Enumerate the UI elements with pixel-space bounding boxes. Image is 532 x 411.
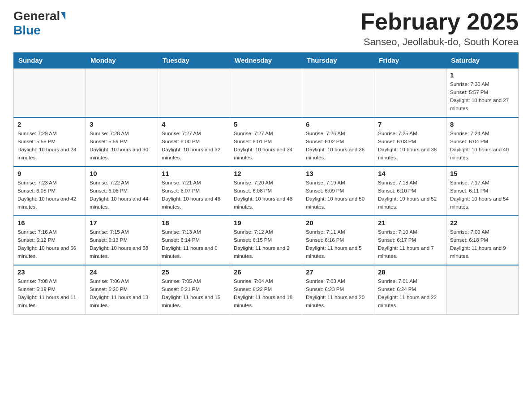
- day-info: Sunrise: 7:30 AMSunset: 5:57 PMDaylight:…: [450, 81, 515, 112]
- day-info: Sunrise: 7:11 AMSunset: 6:16 PMDaylight:…: [306, 228, 370, 260]
- day-info: Sunrise: 7:29 AMSunset: 5:58 PMDaylight:…: [17, 130, 82, 162]
- col-sunday: Sunday: [14, 53, 86, 68]
- day-number: 19: [234, 219, 298, 227]
- day-info: Sunrise: 7:20 AMSunset: 6:08 PMDaylight:…: [234, 179, 298, 211]
- table-row: 14Sunrise: 7:18 AMSunset: 6:10 PMDayligh…: [374, 167, 446, 216]
- table-row: 7Sunrise: 7:25 AMSunset: 6:03 PMDaylight…: [374, 117, 446, 167]
- table-row: 11Sunrise: 7:21 AMSunset: 6:07 PMDayligh…: [158, 167, 230, 216]
- table-row: 12Sunrise: 7:20 AMSunset: 6:08 PMDayligh…: [230, 167, 302, 216]
- day-number: 21: [378, 219, 442, 227]
- day-info: Sunrise: 7:16 AMSunset: 6:12 PMDaylight:…: [17, 228, 82, 260]
- day-number: 4: [162, 120, 226, 128]
- table-row: 24Sunrise: 7:06 AMSunset: 6:20 PMDayligh…: [86, 265, 158, 314]
- day-number: 2: [17, 120, 82, 128]
- table-row: 2Sunrise: 7:29 AMSunset: 5:58 PMDaylight…: [14, 117, 86, 167]
- day-info: Sunrise: 7:22 AMSunset: 6:06 PMDaylight:…: [90, 179, 154, 211]
- col-wednesday: Wednesday: [230, 53, 302, 68]
- day-info: Sunrise: 7:27 AMSunset: 6:01 PMDaylight:…: [234, 130, 298, 162]
- day-info: Sunrise: 7:18 AMSunset: 6:10 PMDaylight:…: [378, 179, 442, 211]
- day-info: Sunrise: 7:08 AMSunset: 6:19 PMDaylight:…: [17, 278, 82, 309]
- table-row: 25Sunrise: 7:05 AMSunset: 6:21 PMDayligh…: [158, 265, 230, 314]
- calendar-header-row: Sunday Monday Tuesday Wednesday Thursday…: [14, 53, 519, 68]
- table-row: 4Sunrise: 7:27 AMSunset: 6:00 PMDaylight…: [158, 117, 230, 167]
- col-monday: Monday: [86, 53, 158, 68]
- table-row: 1Sunrise: 7:30 AMSunset: 5:57 PMDaylight…: [446, 68, 519, 117]
- day-number: 18: [162, 219, 226, 227]
- logo: General Blue: [13, 9, 66, 38]
- day-number: 14: [378, 170, 442, 177]
- page-header: General Blue February 2025 Sanseo, Jeoll…: [13, 9, 519, 48]
- table-row: [230, 68, 302, 117]
- table-row: 3Sunrise: 7:28 AMSunset: 5:59 PMDaylight…: [86, 117, 158, 167]
- calendar-week-row: 2Sunrise: 7:29 AMSunset: 5:58 PMDaylight…: [14, 117, 519, 167]
- table-row: 22Sunrise: 7:09 AMSunset: 6:18 PMDayligh…: [446, 216, 519, 265]
- day-number: 22: [450, 219, 515, 227]
- table-row: 21Sunrise: 7:10 AMSunset: 6:17 PMDayligh…: [374, 216, 446, 265]
- day-number: 26: [234, 268, 298, 276]
- table-row: [158, 68, 230, 117]
- day-info: Sunrise: 7:13 AMSunset: 6:14 PMDaylight:…: [162, 228, 226, 260]
- calendar-week-row: 1Sunrise: 7:30 AMSunset: 5:57 PMDaylight…: [14, 68, 519, 117]
- table-row: 15Sunrise: 7:17 AMSunset: 6:11 PMDayligh…: [446, 167, 519, 216]
- table-row: [86, 68, 158, 117]
- day-number: 24: [90, 268, 154, 276]
- table-row: [302, 68, 374, 117]
- day-info: Sunrise: 7:06 AMSunset: 6:20 PMDaylight:…: [90, 278, 154, 309]
- table-row: 26Sunrise: 7:04 AMSunset: 6:22 PMDayligh…: [230, 265, 302, 314]
- table-row: 28Sunrise: 7:01 AMSunset: 6:24 PMDayligh…: [374, 265, 446, 314]
- table-row: 20Sunrise: 7:11 AMSunset: 6:16 PMDayligh…: [302, 216, 374, 265]
- col-tuesday: Tuesday: [158, 53, 230, 68]
- day-info: Sunrise: 7:05 AMSunset: 6:21 PMDaylight:…: [162, 278, 226, 309]
- day-number: 27: [306, 268, 370, 276]
- day-info: Sunrise: 7:23 AMSunset: 6:05 PMDaylight:…: [17, 179, 82, 211]
- logo-general-text: General: [13, 9, 60, 23]
- day-info: Sunrise: 7:09 AMSunset: 6:18 PMDaylight:…: [450, 228, 515, 260]
- day-info: Sunrise: 7:10 AMSunset: 6:17 PMDaylight:…: [378, 228, 442, 260]
- day-number: 28: [378, 268, 442, 276]
- day-number: 13: [306, 170, 370, 177]
- day-number: 9: [17, 170, 82, 177]
- table-row: 5Sunrise: 7:27 AMSunset: 6:01 PMDaylight…: [230, 117, 302, 167]
- day-info: Sunrise: 7:27 AMSunset: 6:00 PMDaylight:…: [162, 130, 226, 162]
- table-row: 13Sunrise: 7:19 AMSunset: 6:09 PMDayligh…: [302, 167, 374, 216]
- logo-triangle-icon: [61, 12, 65, 20]
- day-number: 3: [90, 120, 154, 128]
- table-row: 9Sunrise: 7:23 AMSunset: 6:05 PMDaylight…: [14, 167, 86, 216]
- day-info: Sunrise: 7:26 AMSunset: 6:02 PMDaylight:…: [306, 130, 370, 162]
- location-text: Sanseo, Jeollabuk-do, South Korea: [360, 36, 519, 48]
- day-info: Sunrise: 7:28 AMSunset: 5:59 PMDaylight:…: [90, 130, 154, 162]
- day-number: 17: [90, 219, 154, 227]
- day-number: 8: [450, 120, 515, 128]
- table-row: 6Sunrise: 7:26 AMSunset: 6:02 PMDaylight…: [302, 117, 374, 167]
- calendar-week-row: 23Sunrise: 7:08 AMSunset: 6:19 PMDayligh…: [14, 265, 519, 314]
- day-number: 15: [450, 170, 515, 177]
- col-saturday: Saturday: [446, 53, 519, 68]
- table-row: 19Sunrise: 7:12 AMSunset: 6:15 PMDayligh…: [230, 216, 302, 265]
- day-number: 12: [234, 170, 298, 177]
- day-info: Sunrise: 7:15 AMSunset: 6:13 PMDaylight:…: [90, 228, 154, 260]
- day-number: 5: [234, 120, 298, 128]
- day-info: Sunrise: 7:17 AMSunset: 6:11 PMDaylight:…: [450, 179, 515, 211]
- calendar-week-row: 9Sunrise: 7:23 AMSunset: 6:05 PMDaylight…: [14, 167, 519, 216]
- day-number: 25: [162, 268, 226, 276]
- day-info: Sunrise: 7:04 AMSunset: 6:22 PMDaylight:…: [234, 278, 298, 309]
- table-row: 16Sunrise: 7:16 AMSunset: 6:12 PMDayligh…: [14, 216, 86, 265]
- table-row: 18Sunrise: 7:13 AMSunset: 6:14 PMDayligh…: [158, 216, 230, 265]
- col-friday: Friday: [374, 53, 446, 68]
- calendar-week-row: 16Sunrise: 7:16 AMSunset: 6:12 PMDayligh…: [14, 216, 519, 265]
- day-info: Sunrise: 7:25 AMSunset: 6:03 PMDaylight:…: [378, 130, 442, 162]
- day-number: 11: [162, 170, 226, 177]
- table-row: [14, 68, 86, 117]
- day-info: Sunrise: 7:19 AMSunset: 6:09 PMDaylight:…: [306, 179, 370, 211]
- day-info: Sunrise: 7:12 AMSunset: 6:15 PMDaylight:…: [234, 228, 298, 260]
- table-row: [446, 265, 519, 314]
- table-row: 27Sunrise: 7:03 AMSunset: 6:23 PMDayligh…: [302, 265, 374, 314]
- day-info: Sunrise: 7:24 AMSunset: 6:04 PMDaylight:…: [450, 130, 515, 162]
- title-section: February 2025 Sanseo, Jeollabuk-do, Sout…: [360, 9, 519, 48]
- logo-blue-text: Blue: [13, 23, 41, 38]
- day-number: 23: [17, 268, 82, 276]
- table-row: 8Sunrise: 7:24 AMSunset: 6:04 PMDaylight…: [446, 117, 519, 167]
- day-number: 10: [90, 170, 154, 177]
- col-thursday: Thursday: [302, 53, 374, 68]
- day-info: Sunrise: 7:03 AMSunset: 6:23 PMDaylight:…: [306, 278, 370, 309]
